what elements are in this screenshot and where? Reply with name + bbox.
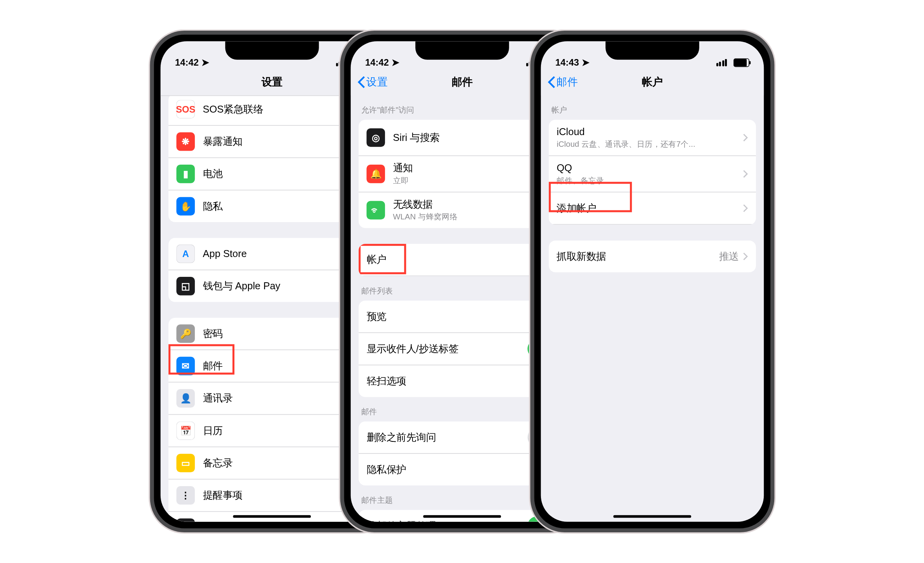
- location-arrow-icon: ➤: [201, 57, 209, 68]
- row-label: 备忘录: [203, 457, 362, 469]
- row-label: 密码: [203, 327, 362, 340]
- section-header-accounts: 帐户: [541, 96, 764, 120]
- add-account-label: 添加帐户: [556, 202, 742, 214]
- cellular-signal-icon: [716, 59, 727, 66]
- row-label: 提醒事项: [203, 489, 362, 502]
- notch: [415, 41, 509, 60]
- page-title: 设置: [261, 75, 282, 89]
- row-icon: ⋮: [176, 486, 195, 505]
- notch: [225, 41, 319, 60]
- nav-bar: 邮件 帐户: [541, 69, 764, 96]
- row-label: App Store: [203, 248, 362, 260]
- battery-icon: [733, 58, 749, 67]
- swipe-label: 轻扫选项: [366, 375, 552, 387]
- row-label: 钱包与 Apple Pay: [203, 280, 362, 292]
- back-label: 设置: [366, 75, 387, 89]
- row-label: 日历: [203, 424, 362, 437]
- ask-delete-label: 删除之前先询问: [366, 431, 527, 443]
- row-icon: SOS: [176, 100, 195, 119]
- status-time: 14:43: [555, 57, 579, 68]
- organize-label: 按邮件主题整理: [366, 520, 527, 522]
- row-sublabel: 立即: [393, 176, 552, 186]
- row-icon: 🔑: [176, 325, 195, 343]
- notch: [605, 41, 699, 60]
- row-label: 邮件: [203, 360, 362, 372]
- chevron-right-icon: [742, 252, 748, 260]
- row-icon: 📅: [176, 421, 195, 440]
- row-label: 通讯录: [203, 392, 362, 405]
- row-icon: ◱: [176, 277, 195, 295]
- fetch-group: 抓取新数据 推送: [549, 241, 756, 273]
- row-label: 无线数据: [393, 198, 552, 211]
- row-label: SOS紧急联络: [203, 103, 362, 115]
- row-label: 通知: [393, 162, 552, 175]
- row-icon: ᯤ: [366, 201, 385, 220]
- phone-accounts: 14:43 ➤ 邮件 帐户 帐户 iCloudiCloud 云盘、通讯录、日历，…: [530, 31, 774, 532]
- row-label: 隐私: [203, 200, 362, 212]
- chevron-right-icon: [742, 204, 748, 212]
- row-label: iCloud: [556, 126, 742, 138]
- back-button[interactable]: 设置: [357, 75, 387, 89]
- row-icon: ◎: [366, 129, 385, 147]
- cc-label: 显示收件人/抄送标签: [366, 342, 527, 355]
- row-icon: ▭: [176, 454, 195, 473]
- cell-add-account[interactable]: 添加帐户: [549, 193, 756, 225]
- row-icon: ▮: [176, 165, 195, 183]
- row-sublabel: WLAN 与蜂窝网络: [393, 212, 552, 222]
- row-icon: ✉: [176, 357, 195, 375]
- row-label: Siri 与搜索: [393, 131, 552, 144]
- row-icon: 👤: [176, 389, 195, 408]
- row-label: 语音备忘录: [203, 521, 362, 522]
- home-indicator[interactable]: [423, 515, 501, 518]
- home-indicator[interactable]: [233, 515, 311, 518]
- status-time: 14:42: [365, 57, 389, 68]
- row-icon: A: [176, 245, 195, 263]
- account-row-QQ[interactable]: QQ邮件、备忘录: [549, 156, 756, 193]
- accounts-label: 帐户: [366, 254, 543, 266]
- row-sublabel: iCloud 云盘、通讯录、日历，还有7个...: [556, 139, 742, 149]
- row-icon: ✋: [176, 197, 195, 215]
- chevron-right-icon: [742, 134, 748, 141]
- row-icon: ❋: [176, 132, 195, 151]
- status-time: 14:42: [175, 57, 199, 68]
- fetch-value: 推送: [719, 250, 739, 262]
- fetch-label: 抓取新数据: [556, 250, 719, 262]
- row-icon: ♒: [176, 518, 195, 521]
- row-label: QQ: [556, 162, 742, 175]
- account-row-iCloud[interactable]: iCloudiCloud 云盘、通讯录、日历，还有7个...: [549, 120, 756, 156]
- row-sublabel: 邮件、备忘录: [556, 176, 742, 186]
- row-label: 暴露通知: [203, 136, 362, 148]
- row-icon: 🔔: [366, 165, 385, 183]
- location-arrow-icon: ➤: [581, 57, 589, 68]
- back-label: 邮件: [556, 75, 577, 89]
- privacy-label: 隐私保护: [366, 464, 552, 476]
- page-title: 帐户: [641, 75, 662, 89]
- page-title: 邮件: [451, 75, 472, 89]
- row-label: 电池: [203, 168, 362, 180]
- back-button[interactable]: 邮件: [547, 75, 577, 89]
- chevron-right-icon: [742, 170, 748, 178]
- accounts-group: iCloudiCloud 云盘、通讯录、日历，还有7个...QQ邮件、备忘录添加…: [549, 120, 756, 225]
- home-indicator[interactable]: [613, 515, 691, 518]
- location-arrow-icon: ➤: [391, 57, 399, 68]
- preview-label: 预览: [366, 310, 533, 323]
- cell-fetch[interactable]: 抓取新数据 推送: [549, 241, 756, 273]
